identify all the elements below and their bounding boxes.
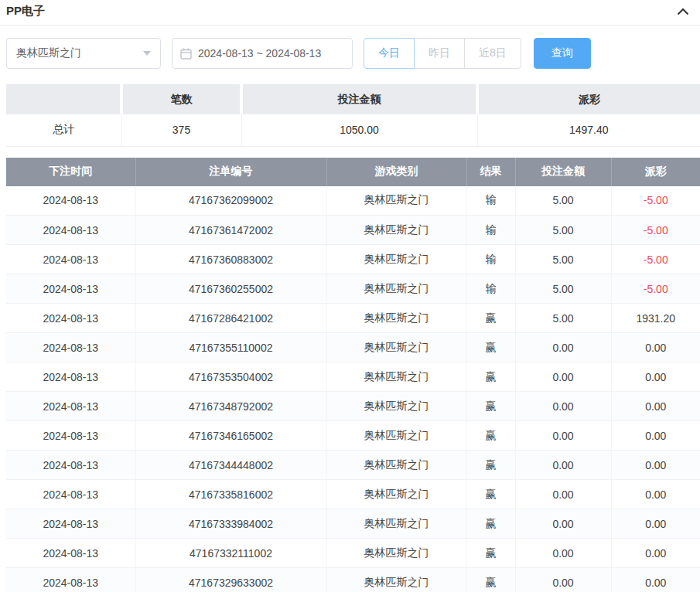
table-row: 2024-08-1347167353504002奥林匹斯之门赢0.000.00 — [6, 362, 700, 392]
game-type-cell: 奥林匹斯之门 — [326, 333, 466, 362]
bet-time-cell: 2024-08-13 — [6, 304, 135, 333]
summary-header-bet-amount: 投注金额 — [241, 84, 477, 114]
game-type-cell: 奥林匹斯之门 — [326, 304, 466, 333]
table-row: 2024-08-1347167332111002奥林匹斯之门赢0.000.00 — [6, 539, 700, 568]
bet-time-cell: 2024-08-13 — [6, 480, 135, 509]
bet-time-cell: 2024-08-13 — [6, 245, 135, 274]
summary-total-row: 总计 375 1050.00 1497.40 — [6, 114, 700, 146]
payout-cell: 0.00 — [611, 451, 700, 480]
table-row: 2024-08-1347167335816002奥林匹斯之门赢0.000.00 — [6, 480, 700, 509]
header-payout: 派彩 — [611, 158, 700, 186]
bet-time-cell: 2024-08-13 — [6, 509, 135, 539]
game-type-cell: 奥林匹斯之门 — [326, 451, 466, 480]
bet-id-cell: 47167286421002 — [135, 304, 326, 333]
table-row: 2024-08-1347167355110002奥林匹斯之门赢0.000.00 — [6, 333, 700, 362]
header-bet-amount: 投注金额 — [515, 158, 611, 186]
bet-id-cell: 47167360255002 — [135, 274, 326, 304]
result-cell: 赢 — [466, 509, 515, 539]
bet-id-cell: 47167344448002 — [135, 451, 326, 480]
result-cell: 输 — [466, 216, 515, 245]
table-row: 2024-08-1347167333984002奥林匹斯之门赢0.000.00 — [6, 509, 700, 539]
chevron-down-icon — [143, 51, 151, 56]
game-type-cell: 奥林匹斯之门 — [326, 245, 466, 274]
header-bet-time: 下注时间 — [6, 158, 135, 186]
bet-amount-cell: 0.00 — [515, 480, 611, 509]
game-type-cell: 奥林匹斯之门 — [326, 274, 466, 304]
total-count: 375 — [121, 114, 241, 146]
game-type-cell: 奥林匹斯之门 — [326, 186, 466, 216]
bet-amount-cell: 0.00 — [515, 451, 611, 480]
table-row: 2024-08-1347167360255002奥林匹斯之门输5.00-5.00 — [6, 274, 700, 304]
bet-id-cell: 47167333984002 — [135, 509, 326, 539]
date-range-value: 2024-08-13 ~ 2024-08-13 — [198, 47, 321, 60]
date-range-input[interactable]: 2024-08-13 ~ 2024-08-13 — [172, 38, 353, 69]
payout-cell: 1931.20 — [611, 304, 700, 333]
bet-amount-cell: 5.00 — [515, 274, 611, 304]
table-row: 2024-08-1347167360883002奥林匹斯之门输5.00-5.00 — [6, 245, 700, 274]
pp-electronic-panel: PP电子 奥林匹斯之门 2024-08-13 ~ 2024-08-13 — [0, 0, 700, 592]
bet-id-cell: 47167360883002 — [135, 245, 326, 274]
payout-cell: 0.00 — [611, 539, 700, 568]
bet-amount-cell: 0.00 — [515, 333, 611, 362]
bet-id-cell: 47167329633002 — [135, 568, 326, 592]
table-row: 2024-08-1347167362099002奥林匹斯之门输5.00-5.00 — [6, 186, 700, 216]
bet-time-cell: 2024-08-13 — [6, 451, 135, 480]
bet-id-cell: 47167335816002 — [135, 480, 326, 509]
payout-cell: 0.00 — [611, 480, 700, 509]
bet-id-cell: 47167332111002 — [135, 539, 326, 568]
game-type-cell: 奥林匹斯之门 — [326, 480, 466, 509]
result-cell: 赢 — [466, 304, 515, 333]
result-cell: 赢 — [466, 392, 515, 421]
result-cell: 赢 — [466, 539, 515, 568]
bet-time-cell: 2024-08-13 — [6, 274, 135, 304]
records-table: 下注时间 注单编号 游戏类别 结果 投注金额 派彩 2024-08-134716… — [6, 158, 700, 592]
payout-cell: -5.00 — [611, 216, 700, 245]
search-button[interactable]: 查询 — [534, 38, 591, 69]
chevron-up-icon[interactable] — [677, 8, 689, 15]
game-type-cell: 奥林匹斯之门 — [326, 568, 466, 592]
game-type-cell: 奥林匹斯之门 — [326, 392, 466, 421]
summary-table: 笔数 投注金额 派彩 总计 375 1050.00 1497.40 — [6, 84, 700, 147]
total-payout: 1497.40 — [477, 114, 700, 146]
bet-id-cell: 47167346165002 — [135, 421, 326, 451]
bet-id-cell: 47167348792002 — [135, 392, 326, 421]
bet-amount-cell: 0.00 — [515, 539, 611, 568]
result-cell: 输 — [466, 274, 515, 304]
panel-header: PP电子 — [0, 0, 700, 26]
payout-cell: 0.00 — [611, 509, 700, 539]
result-cell: 赢 — [466, 421, 515, 451]
summary-header-blank — [6, 84, 121, 114]
yesterday-button[interactable]: 昨日 — [414, 38, 465, 69]
result-cell: 赢 — [466, 451, 515, 480]
game-select[interactable]: 奥林匹斯之门 — [6, 38, 161, 69]
bet-time-cell: 2024-08-13 — [6, 539, 135, 568]
table-row: 2024-08-1347167329633002奥林匹斯之门赢0.000.00 — [6, 568, 700, 592]
payout-cell: 0.00 — [611, 362, 700, 392]
today-button[interactable]: 今日 — [364, 38, 415, 69]
summary-header-row: 笔数 投注金额 派彩 — [6, 84, 700, 114]
summary-header-payout: 派彩 — [477, 84, 700, 114]
total-bet-amount: 1050.00 — [241, 114, 477, 146]
table-row: 2024-08-1347167346165002奥林匹斯之门赢0.000.00 — [6, 421, 700, 451]
result-cell: 赢 — [466, 362, 515, 392]
bet-amount-cell: 0.00 — [515, 392, 611, 421]
game-type-cell: 奥林匹斯之门 — [326, 539, 466, 568]
game-type-cell: 奥林匹斯之门 — [326, 421, 466, 451]
filter-bar: 奥林匹斯之门 2024-08-13 ~ 2024-08-13 今日 昨日 近8日… — [0, 26, 700, 69]
bet-id-cell: 47167355110002 — [135, 333, 326, 362]
bet-time-cell: 2024-08-13 — [6, 333, 135, 362]
payout-cell: -5.00 — [611, 245, 700, 274]
game-type-cell: 奥林匹斯之门 — [326, 509, 466, 539]
payout-cell: 0.00 — [611, 392, 700, 421]
result-cell: 赢 — [466, 333, 515, 362]
payout-cell: 0.00 — [611, 421, 700, 451]
bet-amount-cell: 5.00 — [515, 186, 611, 216]
header-result: 结果 — [466, 158, 515, 186]
bet-time-cell: 2024-08-13 — [6, 362, 135, 392]
header-game-type: 游戏类别 — [326, 158, 466, 186]
game-type-cell: 奥林匹斯之门 — [326, 216, 466, 245]
table-row: 2024-08-1347167344448002奥林匹斯之门赢0.000.00 — [6, 451, 700, 480]
last-8-days-button[interactable]: 近8日 — [464, 38, 521, 69]
result-cell: 赢 — [466, 568, 515, 592]
bet-amount-cell: 0.00 — [515, 362, 611, 392]
